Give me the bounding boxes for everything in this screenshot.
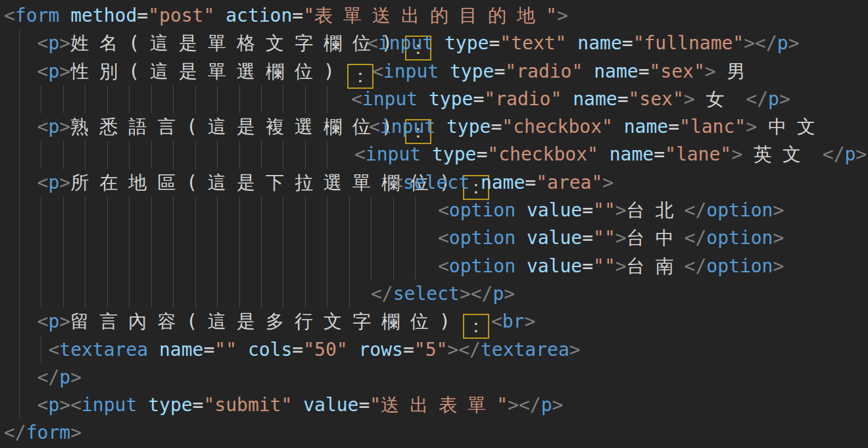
code-token: action xyxy=(226,5,292,26)
code-token: 英文 xyxy=(754,143,811,165)
code-token xyxy=(516,199,527,221)
indent-guide xyxy=(195,141,196,168)
code-line[interactable]: <input type="checkbox" name="lane"> 英文 <… xyxy=(4,141,868,168)
indent-guide xyxy=(239,141,240,168)
code-token: </ xyxy=(685,199,707,221)
indent-guide xyxy=(19,141,20,168)
indent-guide xyxy=(85,141,85,168)
code-line[interactable]: <p>留言內容(這是多行文字欄位)：<br> xyxy=(4,308,868,336)
code-token xyxy=(4,366,37,388)
code-line[interactable]: <form method="post" action="表單送出的目的地"> xyxy=(4,2,868,30)
unicode-highlight-box: ： xyxy=(347,64,374,89)
code-line[interactable]: <input type="radio" name="sex"> 女 </p> xyxy=(4,86,868,113)
indent-guide xyxy=(41,86,41,113)
code-token xyxy=(59,5,70,26)
code-token: = xyxy=(476,143,487,165)
code-token: > xyxy=(569,339,581,361)
code-token: = xyxy=(622,32,633,54)
code-run: <input type="radio" name="sex"> 男 xyxy=(372,58,756,86)
code-token: < xyxy=(37,32,49,54)
code-line[interactable]: <p>姓名(這是單格文字欄位)：<input type="text" name=… xyxy=(4,30,868,57)
code-run: <option value="">台南</option> xyxy=(438,253,784,280)
code-token: "" xyxy=(593,199,615,221)
code-line[interactable]: <p>熟悉語言(這是複選欄位)：<input type="checkbox" n… xyxy=(4,113,868,141)
code-line[interactable]: <option value="">台南</option> xyxy=(4,253,868,280)
code-token: < xyxy=(392,172,403,193)
code-token xyxy=(742,143,754,165)
code-token xyxy=(757,116,768,137)
code-token: "radio" xyxy=(484,88,562,110)
code-editor[interactable]: <form method="post" action="表單送出的目的地"> <… xyxy=(0,0,868,448)
indent-guide xyxy=(41,224,41,252)
indent-guide xyxy=(327,86,327,113)
code-run: <option value="">台中</option> xyxy=(438,224,784,252)
code-run: <input type="radio" name="sex"> 女 </p> xyxy=(351,86,790,113)
code-token: > xyxy=(705,61,716,82)
code-token: </ xyxy=(471,283,493,305)
indent-guide xyxy=(415,197,416,224)
unicode-highlight-box: ： xyxy=(463,314,489,339)
code-token: </ xyxy=(685,255,707,277)
indent-guide xyxy=(261,86,262,113)
code-line[interactable]: <p>所在地區(這是下拉選單欄位)：<select name="area"> xyxy=(4,169,868,197)
indent-guide xyxy=(129,280,130,308)
code-token xyxy=(598,143,610,165)
code-token: = xyxy=(193,394,204,416)
indent-guide xyxy=(19,86,20,113)
code-line[interactable]: </form> xyxy=(4,419,868,447)
code-line[interactable]: <option value="">台北</option> xyxy=(4,197,868,224)
code-token: > xyxy=(70,366,82,388)
indent-guide xyxy=(261,280,262,308)
code-token: option xyxy=(449,199,516,221)
indent-guide xyxy=(415,224,416,252)
indent-guide xyxy=(217,197,218,224)
code-token: 留言內容(這是多行文字欄位) xyxy=(70,311,461,332)
code-token: p xyxy=(48,116,59,137)
code-line[interactable]: </p> xyxy=(4,364,868,391)
code-line[interactable]: <textarea name="" cols="50" rows="5"></t… xyxy=(4,336,868,364)
code-token: option xyxy=(706,199,773,221)
code-token: = xyxy=(403,339,414,361)
code-token: < xyxy=(37,172,49,193)
code-token: p xyxy=(48,172,59,193)
code-token: type xyxy=(450,61,494,82)
indent-guide xyxy=(239,253,240,280)
code-line[interactable]: </select></p> xyxy=(4,280,868,308)
indent-guide xyxy=(283,141,283,168)
indent-guide xyxy=(63,224,64,252)
code-token: option xyxy=(706,227,773,249)
code-token xyxy=(4,394,37,416)
code-line[interactable]: <option value="">台中</option> xyxy=(4,224,868,252)
code-line[interactable]: <p>性別(這是單選欄位)：<input type="radio" name="… xyxy=(4,58,868,86)
code-token xyxy=(566,32,577,54)
code-token: > xyxy=(615,199,627,221)
code-token: input xyxy=(380,116,435,137)
code-token: "sex" xyxy=(649,61,704,82)
indent-guide xyxy=(283,197,283,224)
code-line[interactable]: <p><input type="submit" value="送出表單"></p… xyxy=(4,391,868,419)
code-token: > xyxy=(773,199,784,221)
code-token: "text" xyxy=(500,32,566,54)
code-token: </ xyxy=(371,283,393,305)
indent-guide xyxy=(129,224,130,252)
code-token: "" xyxy=(214,339,237,361)
code-token: value xyxy=(303,394,358,416)
code-token: > xyxy=(615,227,627,249)
code-token: "lanc" xyxy=(679,116,746,137)
code-token xyxy=(562,88,573,110)
code-token: < xyxy=(37,311,49,332)
indent-guide xyxy=(349,253,350,280)
code-token xyxy=(4,172,37,193)
code-token: name xyxy=(594,61,638,82)
indent-guide xyxy=(151,141,152,168)
code-token: > xyxy=(788,32,800,54)
code-token xyxy=(4,339,48,361)
indent-guide xyxy=(217,253,218,280)
indent-guide xyxy=(239,86,240,113)
code-token: 性別(這是單選欄位) xyxy=(70,61,345,82)
indent-guide xyxy=(305,197,306,224)
code-token: < xyxy=(70,394,82,416)
indent-guide xyxy=(305,86,306,113)
indent-guide xyxy=(283,224,283,252)
code-token: input xyxy=(383,61,439,82)
